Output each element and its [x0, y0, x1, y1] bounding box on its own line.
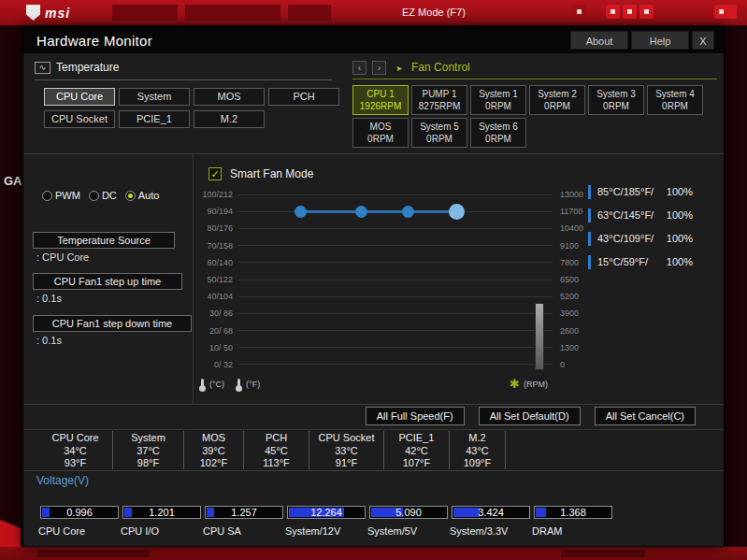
camera-icon[interactable] — [606, 5, 620, 19]
radio-icon — [42, 191, 52, 201]
temp-button-system[interactable]: System — [119, 88, 190, 106]
y-axis-label: 20/ 68 — [195, 326, 238, 336]
dc-radio[interactable]: DC — [89, 190, 117, 201]
checkbox-checked-icon[interactable]: ✓ — [208, 167, 222, 180]
fan-button-system6[interactable]: System 6 0RPM — [470, 118, 526, 148]
fan-button-system2[interactable]: System 2 0RPM — [529, 85, 585, 115]
background-edge-text: GA — [4, 174, 22, 188]
temp-fahrenheit: 93°F — [38, 457, 112, 470]
green-arrow-icon: ▸ — [397, 63, 402, 73]
radio-selected-icon — [125, 191, 136, 201]
auto-radio[interactable]: Auto — [125, 190, 160, 201]
fan-button-pump1[interactable]: PUMP 1 8275RPM — [411, 85, 467, 115]
rpm-axis-label: 7800 — [553, 258, 588, 267]
temp-reading: M.2 43°C 109°F — [450, 431, 506, 469]
temp-name: CPU Core — [38, 432, 112, 445]
fan-curve-point[interactable] — [355, 206, 367, 218]
temp-button-m2[interactable]: M.2 — [194, 110, 265, 128]
fan-button-system5[interactable]: System 5 0RPM — [411, 118, 467, 148]
fan-button-cpu1[interactable]: CPU 1 1926RPM — [352, 85, 409, 115]
gridline — [238, 296, 553, 297]
temp-button-pcie1[interactable]: PCIE_1 — [119, 110, 190, 128]
temp-button-mos[interactable]: MOS — [194, 88, 265, 106]
voltage-gauge: 5.090 — [369, 506, 448, 519]
language-icon[interactable] — [623, 5, 637, 19]
voltage-gauges: 0.996 1.201 1.257 12.264 5.090 3.424 — [40, 506, 616, 519]
voltage-value: 3.424 — [453, 507, 529, 518]
help-button[interactable]: Help — [631, 31, 689, 50]
background-text-block — [185, 5, 280, 21]
divider — [23, 470, 724, 471]
temperature-source-value: : CPU Core — [36, 251, 89, 263]
temp-celsius: 45°C — [244, 445, 309, 458]
y-axis-label: 80/176 — [195, 223, 238, 233]
point-temperature: 43°C/109°F/ — [597, 233, 667, 244]
temp-reading: CPU Socket 33°C 91°F — [309, 431, 384, 469]
temp-name: PCIE_1 — [384, 432, 449, 445]
voltage-value: 1.368 — [535, 507, 611, 518]
chevron-left-icon[interactable]: ‹ — [352, 61, 366, 75]
chevron-right-icon[interactable]: › — [372, 61, 386, 75]
fan-name: System 4 — [655, 88, 695, 100]
rpm-axis-label: 3900 — [553, 309, 588, 318]
ez-mode-button[interactable]: EZ Mode (F7) — [402, 7, 466, 18]
fan-name: CPU 1 — [366, 88, 394, 100]
temp-name: MOS — [184, 432, 243, 445]
temperature-source-button[interactable]: Temperature Source — [33, 232, 175, 249]
point-indicator-bar — [588, 185, 591, 199]
fan-action-buttons: All Full Speed(F) All Set Default(D) All… — [366, 407, 696, 425]
y-axis-label: 70/158 — [195, 241, 238, 251]
window-titlebar[interactable]: Hardware Monitor About Help X — [23, 27, 724, 53]
thermometer-icon — [237, 379, 240, 389]
all-set-cancel-button[interactable]: All Set Cancel(C) — [595, 407, 696, 425]
temp-fahrenheit: 91°F — [309, 457, 383, 470]
temp-button-cpu-socket[interactable]: CPU Socket — [44, 110, 115, 128]
point-indicator-bar — [588, 232, 591, 246]
fan-rpm: 0RPM — [367, 133, 394, 145]
temp-fahrenheit: 102°F — [184, 457, 243, 470]
y-axis-label: 30/ 86 — [195, 309, 238, 318]
voltage-value: 1.257 — [206, 507, 282, 518]
y-axis-label: 50/122 — [195, 275, 238, 284]
temperature-icon: ∿ — [35, 62, 50, 74]
divider — [23, 429, 724, 430]
fan-speed-slider[interactable] — [535, 303, 544, 370]
corner-icon — [714, 5, 737, 19]
fan-button-system3[interactable]: System 3 0RPM — [588, 85, 644, 115]
fan-curve-point[interactable] — [294, 206, 307, 218]
step-down-time-button[interactable]: CPU Fan1 step down time — [33, 315, 192, 332]
bios-top-bar: msi EZ Mode (F7) — [0, 0, 747, 25]
step-up-time-button[interactable]: CPU Fan1 step up time — [33, 273, 182, 290]
temp-celsius: 43°C — [450, 445, 505, 458]
fan-curve-point-active[interactable] — [449, 204, 465, 220]
temp-button-pch[interactable]: PCH — [268, 88, 339, 106]
close-button[interactable]: X — [692, 31, 714, 50]
fan-curve-point[interactable] — [402, 206, 414, 218]
about-button[interactable]: About — [570, 31, 628, 50]
voltage-value: 0.996 — [41, 507, 118, 518]
fan-curve-line — [300, 210, 456, 213]
background-dragon-fragment — [0, 520, 21, 548]
all-set-default-button[interactable]: All Set Default(D) — [479, 407, 581, 425]
fan-button-system1[interactable]: System 1 0RPM — [470, 85, 526, 115]
fan-button-mos[interactable]: MOS 0RPM — [352, 118, 409, 148]
all-full-speed-button[interactable]: All Full Speed(F) — [366, 407, 465, 425]
background-text-block — [288, 5, 331, 21]
screenshot-icon[interactable] — [572, 5, 586, 19]
point-temperature: 15°C/59°F/ — [597, 256, 667, 267]
info-icon[interactable] — [639, 5, 654, 19]
fan-name: System 6 — [479, 121, 518, 133]
voltage-gauge: 12.264 — [287, 506, 366, 519]
fan-button-system4[interactable]: System 4 0RPM — [647, 85, 703, 115]
temp-button-cpu-core[interactable]: CPU Core — [44, 88, 115, 106]
fan-curve-graph: 100/21213000 90/19411700 80/17610400 70/… — [195, 186, 588, 373]
smart-fan-mode-toggle[interactable]: ✓ Smart Fan Mode — [208, 167, 313, 180]
temperature-source-buttons: CPU Core System MOS PCH CPU Socket PCIE_… — [44, 88, 332, 128]
background-text-block — [112, 5, 178, 21]
rpm-axis-label: 1300 — [553, 343, 588, 352]
pwm-radio[interactable]: PWM — [42, 190, 80, 201]
divider — [352, 79, 717, 79]
pwm-label: PWM — [55, 190, 80, 201]
rpm-axis-label: 2600 — [553, 326, 588, 336]
point-temperature: 63°C/145°F/ — [597, 209, 667, 221]
